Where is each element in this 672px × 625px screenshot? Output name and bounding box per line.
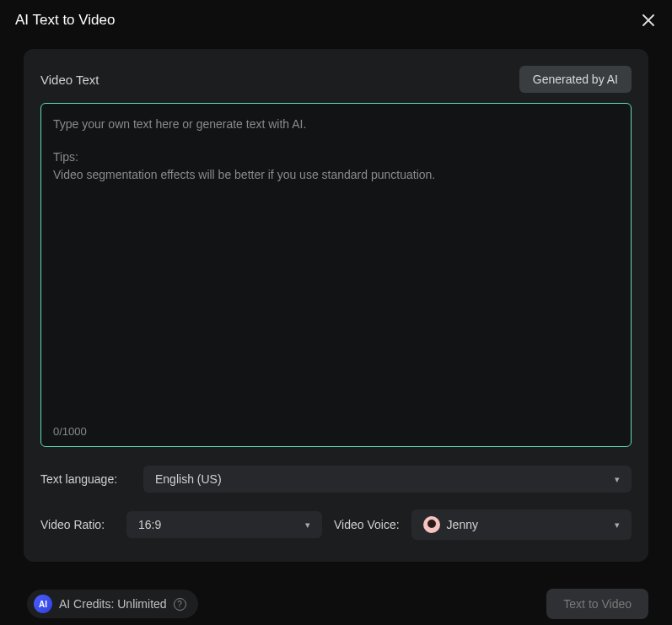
generated-by-ai-button[interactable]: Generated by AI xyxy=(519,66,632,93)
credits-pill: AI AI Credits: Unlimited ? xyxy=(27,590,198,618)
ratio-value: 16:9 xyxy=(138,518,161,531)
textarea-placeholder: Type your own text here or generate text… xyxy=(41,104,631,196)
language-label: Text language: xyxy=(40,472,132,486)
voice-value: Jenny xyxy=(447,518,478,531)
language-value: English (US) xyxy=(155,472,222,486)
ratio-dropdown[interactable]: 16:9 ▾ xyxy=(126,511,322,538)
video-text-header: Video Text Generated by AI xyxy=(40,66,632,93)
video-text-input[interactable]: Type your own text here or generate text… xyxy=(40,103,632,447)
dialog-title: AI Text to Video xyxy=(15,12,115,29)
close-button[interactable] xyxy=(640,12,657,29)
chevron-down-icon: ▾ xyxy=(305,520,310,531)
placeholder-line: Video segmentation effects will be bette… xyxy=(53,168,435,181)
credits-text: AI Credits: Unlimited xyxy=(59,597,167,611)
help-icon[interactable]: ? xyxy=(174,598,186,611)
chevron-down-icon: ▾ xyxy=(615,474,620,485)
voice-dropdown[interactable]: Jenny ▾ xyxy=(411,509,632,540)
placeholder-line: Tips: xyxy=(53,150,78,164)
voice-label: Video Voice: xyxy=(334,518,400,531)
footer: AI AI Credits: Unlimited ? Text to Video xyxy=(27,589,648,619)
chevron-down-icon: ▾ xyxy=(615,520,620,531)
language-row: Text language: English (US) ▾ xyxy=(40,466,632,493)
placeholder-line: Type your own text here or generate text… xyxy=(53,116,619,133)
dialog-header: AI Text to Video xyxy=(0,0,672,37)
language-dropdown[interactable]: English (US) ▾ xyxy=(143,466,632,493)
main-panel: Video Text Generated by AI Type your own… xyxy=(24,49,648,562)
video-text-label: Video Text xyxy=(40,73,99,87)
character-counter: 0/1000 xyxy=(53,425,87,438)
close-icon xyxy=(642,13,655,27)
text-to-video-button[interactable]: Text to Video xyxy=(546,589,648,619)
ratio-label: Video Ratio: xyxy=(40,518,115,531)
voice-avatar-icon xyxy=(423,516,440,533)
ratio-voice-row: Video Ratio: 16:9 ▾ Video Voice: Jenny ▾ xyxy=(40,509,632,540)
ai-badge-icon: AI xyxy=(34,595,52,613)
